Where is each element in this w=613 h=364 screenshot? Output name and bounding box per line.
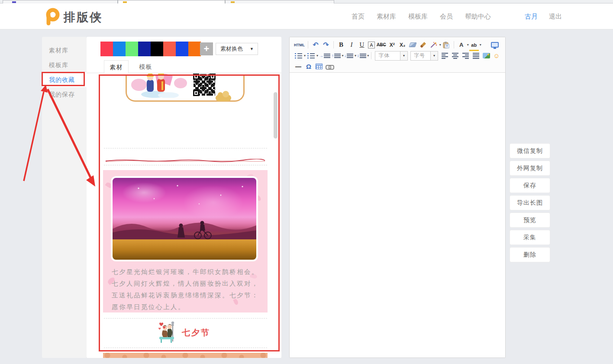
wand-caret-icon[interactable]: ▾ bbox=[439, 43, 441, 47]
paragraph-spacing-bottom-icon[interactable]: ↓ bbox=[345, 51, 353, 61]
recolor-dropdown[interactable]: 素材换色 ▼ bbox=[216, 43, 258, 55]
paste-as-text-icon[interactable]: T bbox=[442, 40, 451, 50]
align-center-icon[interactable] bbox=[451, 51, 459, 61]
color-swatch-1[interactable] bbox=[100, 42, 113, 56]
italic-button[interactable]: I bbox=[347, 40, 356, 50]
color-swatch-4[interactable] bbox=[138, 42, 151, 56]
highlight-color-button[interactable]: ab bbox=[470, 40, 478, 50]
redo-icon[interactable]: ↷ bbox=[322, 40, 330, 50]
fullscreen-monitor-icon[interactable] bbox=[490, 40, 499, 50]
preview-button[interactable]: 预览 bbox=[510, 213, 550, 227]
material-preview-list[interactable]: 七夕星光灿烂银河璀璨，牛郎织女鹊桥相会。七夕人间灯火辉煌，情人俏丽妆扮出入双对，… bbox=[87, 74, 281, 358]
underline-button[interactable]: U bbox=[358, 40, 366, 50]
dashed-divider bbox=[104, 348, 267, 348]
brand[interactable]: 排版侠 bbox=[43, 7, 103, 27]
browser-tab[interactable] bbox=[3, 0, 118, 3]
char-border-button[interactable]: A bbox=[368, 42, 375, 48]
font-size-caret-icon[interactable]: ▾ bbox=[430, 52, 438, 60]
tab-template[interactable]: 模板 bbox=[133, 60, 158, 73]
indent-icon[interactable]: → bbox=[319, 51, 330, 61]
sidebar-item-favorites[interactable]: 我的收藏 bbox=[42, 72, 87, 87]
color-swatch-6[interactable] bbox=[163, 42, 176, 56]
unordered-list-caret-icon[interactable]: ▾ bbox=[316, 54, 318, 58]
align-right-icon[interactable] bbox=[461, 51, 470, 61]
browser-tab[interactable] bbox=[225, 0, 334, 3]
font-family-value: 字体 bbox=[375, 52, 390, 59]
nav-link-materials[interactable]: 素材库 bbox=[377, 13, 396, 21]
svg-text:T: T bbox=[446, 44, 448, 48]
color-swatch-2[interactable] bbox=[113, 42, 126, 56]
font-family-select[interactable]: 字体 ▾ bbox=[375, 51, 408, 61]
insert-link-icon[interactable] bbox=[325, 62, 334, 71]
special-char-button[interactable]: Ω bbox=[304, 62, 313, 71]
line-height-icon[interactable]: ↕ bbox=[357, 51, 366, 61]
editor-panel: HTML ↶ ↷ B I U A ABC X² X₂ bbox=[289, 37, 506, 358]
unordered-list-icon[interactable] bbox=[306, 51, 315, 61]
material-qixi-heading[interactable]: 七夕节 bbox=[87, 320, 281, 345]
color-swatch-3[interactable] bbox=[126, 42, 138, 56]
font-family-caret-icon[interactable]: ▾ bbox=[400, 52, 407, 60]
nav-link-help[interactable]: 帮助中心 bbox=[465, 13, 491, 21]
app-root: 排版侠 首页 素材库 模板库 会员 帮助中心 古月 退出 素材库 模板库 我的收… bbox=[0, 0, 613, 364]
format-painter-icon[interactable] bbox=[419, 40, 428, 50]
navbar: 排版侠 首页 素材库 模板库 会员 帮助中心 古月 退出 bbox=[0, 3, 613, 29]
toolbar-row-3: — Ω bbox=[293, 61, 502, 72]
color-swatch-5[interactable] bbox=[151, 42, 163, 56]
align-justify-icon[interactable] bbox=[471, 51, 480, 61]
qixi-greeting-text: 七夕星光灿烂银河璀璨，牛郎织女鹊桥相会。七夕人间灯火辉煌，情人俏丽妆扮出入双对，… bbox=[112, 266, 259, 312]
insert-table-icon[interactable] bbox=[315, 62, 323, 71]
material-frame-qr[interactable] bbox=[126, 74, 245, 102]
bold-button[interactable]: B bbox=[337, 40, 345, 50]
align-left-icon[interactable] bbox=[440, 51, 449, 61]
emoji-icon[interactable]: ☺ bbox=[492, 51, 501, 61]
sidebar: 素材库 模板库 我的收藏 我的保存 bbox=[42, 37, 87, 358]
color-swatch-7[interactable] bbox=[176, 42, 188, 56]
material-qixi-card[interactable]: 七夕星光灿烂银河璀璨，牛郎织女鹊桥相会。七夕人间灯火辉煌，情人俏丽妆扮出入双对，… bbox=[103, 170, 268, 312]
undo-icon[interactable]: ↶ bbox=[311, 40, 320, 50]
tab-material[interactable]: 素材 bbox=[104, 60, 129, 73]
html-source-button[interactable]: HTML bbox=[294, 40, 305, 50]
add-color-button[interactable]: + bbox=[200, 42, 213, 55]
ordered-list-caret-icon[interactable]: ▾ bbox=[304, 54, 306, 58]
recolor-label: 素材换色 bbox=[220, 45, 243, 53]
line-height-caret-icon[interactable]: ▾ bbox=[367, 54, 369, 58]
editor-content-area[interactable] bbox=[290, 73, 505, 358]
paragraph-spacing-top-icon[interactable]: ↑ bbox=[332, 51, 340, 61]
spacing-top-caret-icon[interactable]: ▾ bbox=[342, 54, 344, 58]
sidebar-item-materials[interactable]: 素材库 bbox=[42, 43, 87, 58]
remove-format-icon[interactable] bbox=[409, 40, 417, 50]
nav-link-home[interactable]: 首页 bbox=[352, 13, 365, 21]
wavy-red-divider bbox=[105, 157, 266, 164]
font-size-select[interactable]: 字号 ▾ bbox=[410, 51, 438, 61]
ordered-list-icon[interactable] bbox=[294, 51, 303, 61]
wechat-copy-button[interactable]: 微信复制 bbox=[510, 144, 550, 158]
material-moon-card[interactable] bbox=[103, 353, 268, 358]
preview-scrollbar[interactable] bbox=[274, 92, 277, 139]
romance-scene-image bbox=[111, 176, 258, 261]
font-color-caret-icon[interactable]: ▾ bbox=[467, 43, 469, 47]
nav-link-templates[interactable]: 模板库 bbox=[408, 13, 428, 21]
nav-logout[interactable]: 退出 bbox=[549, 3, 562, 29]
color-swatch-8[interactable] bbox=[188, 42, 201, 56]
sidebar-item-saved[interactable]: 我的保存 bbox=[42, 87, 87, 102]
delete-button[interactable]: 删除 bbox=[510, 248, 550, 262]
dashed-divider bbox=[104, 148, 267, 148]
horizontal-rule-button[interactable]: — bbox=[294, 62, 303, 71]
highlight-color-caret-icon[interactable]: ▾ bbox=[480, 43, 481, 47]
superscript-button[interactable]: X² bbox=[388, 40, 397, 50]
collect-button[interactable]: 采集 bbox=[510, 230, 550, 245]
spacing-bottom-caret-icon[interactable]: ▾ bbox=[355, 54, 356, 58]
auto-format-wand-icon[interactable] bbox=[429, 40, 438, 50]
nav-username[interactable]: 古月 bbox=[525, 3, 538, 29]
extranet-copy-button[interactable]: 外网复制 bbox=[510, 161, 550, 175]
font-color-button[interactable]: A bbox=[457, 40, 466, 50]
sidebar-item-templates[interactable]: 模板库 bbox=[42, 58, 87, 72]
subscript-button[interactable]: X₂ bbox=[398, 40, 407, 50]
dashed-divider bbox=[104, 165, 267, 165]
insert-image-icon[interactable] bbox=[482, 51, 490, 61]
export-image-button[interactable]: 导出长图 bbox=[510, 196, 550, 210]
qr-code bbox=[193, 74, 216, 96]
strikethrough-button[interactable]: ABC bbox=[377, 40, 386, 50]
save-button[interactable]: 保存 bbox=[510, 178, 550, 193]
nav-link-member[interactable]: 会员 bbox=[440, 13, 453, 21]
